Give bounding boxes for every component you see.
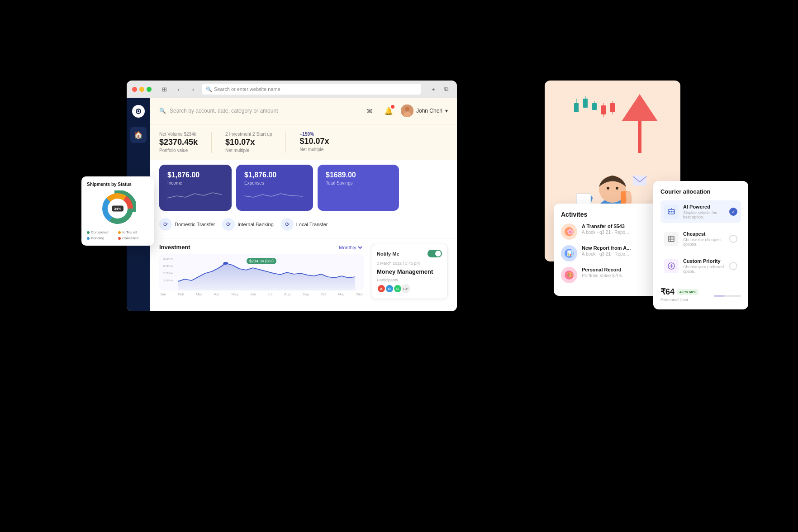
svg-text:📊: 📊 xyxy=(567,250,574,256)
monthly-select[interactable]: Monthly Yearly xyxy=(337,244,364,251)
legend-label-2: Pending xyxy=(91,236,104,240)
radio-custom-unchecked xyxy=(729,262,737,270)
tabs-button[interactable]: ⧉ xyxy=(441,84,451,95)
courier-option-cheapest-sub: Choose the cheapest options. xyxy=(683,238,725,247)
investment-section: Investment Monthly Yearly xyxy=(150,238,457,304)
inbox-icon-button[interactable]: ✉ xyxy=(363,104,376,118)
courier-option-ai-title: AI Powered xyxy=(683,204,725,209)
courier-card: Courier allocation AI Powered Shiplee se… xyxy=(653,181,748,309)
domestic-transfer-button[interactable]: ⟳ Domestic Transfer xyxy=(159,216,215,233)
expense-card: $1,876.00 Expenses xyxy=(236,165,313,211)
courier-option-cheapest[interactable]: Cheapest Choose the cheapest options. xyxy=(660,228,741,250)
svg-text:🎨: 🎨 xyxy=(567,271,574,278)
cost-progress-fill xyxy=(714,295,725,297)
browser-actions: + ⧉ xyxy=(428,84,451,95)
expense-amount: $1,876.00 xyxy=(244,171,305,179)
forward-button[interactable]: › xyxy=(188,84,199,95)
participant-avatar-3: C xyxy=(393,284,402,293)
user-menu[interactable]: John Cherl ▾ xyxy=(401,104,448,117)
cost-label: Estimated Cost xyxy=(660,298,698,302)
participants-row: A B C 10+ xyxy=(377,284,442,293)
svg-rect-11 xyxy=(574,103,579,112)
browser-chrome: ⊞ ‹ › 🔍 Search or enter website name + ⧉ xyxy=(127,81,457,98)
svg-text:15%: 15% xyxy=(163,272,173,275)
app-logo[interactable] xyxy=(132,105,145,118)
stat-divider-2 xyxy=(285,132,286,153)
shipments-card: Shipments by Status 34% Completed xyxy=(81,176,154,246)
header-actions: ✉ 🔔 xyxy=(363,104,448,118)
legend-item-0: Completed xyxy=(87,230,116,234)
stat-divider-1 xyxy=(211,132,212,153)
courier-option-custom-title: Custom Priority xyxy=(683,258,725,264)
courier-cost-info: ₹64 40 to 60% Estimated Cost xyxy=(660,287,698,302)
stat-change: +150% $10.07x Net multiple xyxy=(299,132,329,153)
svg-rect-32 xyxy=(633,176,646,185)
notify-toggle[interactable] xyxy=(428,250,442,257)
custom-priority-icon xyxy=(664,259,679,273)
cards-row: $1,876.00 Income $1,876.00 Expenses xyxy=(150,165,457,211)
user-avatar xyxy=(401,104,413,117)
address-bar[interactable]: 🔍 Search or enter website name xyxy=(202,84,421,95)
domestic-transfer-label: Domestic Transfer xyxy=(175,222,215,227)
check-icon: ✓ xyxy=(732,209,735,214)
browser-content: 🏠 🔍 Search by account, date, category or… xyxy=(127,98,457,311)
maximize-button[interactable] xyxy=(147,87,152,92)
courier-option-cheapest-title: Cheapest xyxy=(683,231,725,237)
participant-avatar-1: A xyxy=(377,284,386,293)
courier-option-custom-info: Custom Priority Choose your preferred op… xyxy=(683,258,725,274)
participant-avatar-2: B xyxy=(385,284,394,293)
notify-header: Notify Me xyxy=(377,250,442,257)
minimize-button[interactable] xyxy=(139,87,144,92)
user-chevron-icon: ▾ xyxy=(445,108,448,114)
legend-dot-3 xyxy=(118,237,121,240)
stat-net-volume-sub: Portfolio value xyxy=(159,148,198,153)
income-label: Income xyxy=(167,180,223,185)
notify-money: Money Management xyxy=(377,268,442,275)
sidebar-toggle-button[interactable]: ⊞ xyxy=(159,84,170,95)
savings-label: Total Savings xyxy=(326,180,391,185)
back-button[interactable]: ‹ xyxy=(173,84,184,95)
new-tab-button[interactable]: + xyxy=(428,84,439,95)
savings-card: $1689.00 Total Savings xyxy=(318,165,399,211)
internal-banking-icon: ⟳ xyxy=(222,218,235,231)
activity-icon-2: 📊 xyxy=(561,245,577,261)
legend-dot-0 xyxy=(87,231,90,234)
legend-label-1: In Transit xyxy=(122,230,137,234)
courier-title: Courier allocation xyxy=(660,188,741,195)
local-transfer-button[interactable]: ⟳ Local Transfer xyxy=(281,216,328,233)
legend-label-0: Completed xyxy=(91,230,109,234)
participants-label: Participants xyxy=(377,278,442,282)
scene: ⊞ ‹ › 🔍 Search or enter website name + ⧉ xyxy=(0,0,798,532)
stat-investment-sub: Net multiple xyxy=(225,148,272,153)
sidebar-item-home[interactable]: 🏠 xyxy=(130,127,147,143)
close-button[interactable] xyxy=(132,87,137,92)
cost-amount: ₹64 xyxy=(660,287,674,297)
domestic-transfer-icon: ⟳ xyxy=(159,218,172,231)
courier-option-ai[interactable]: AI Powered Shiplee selects the best opti… xyxy=(660,200,741,223)
cost-progress-bar-container xyxy=(714,295,741,297)
radio-cheapest-unchecked xyxy=(729,235,737,243)
courier-option-ai-info: AI Powered Shiplee selects the best opti… xyxy=(683,204,725,219)
legend-label-3: Cancelled xyxy=(122,236,138,240)
courier-option-custom[interactable]: Custom Priority Choose your preferred op… xyxy=(660,255,741,277)
participant-more: 10+ xyxy=(401,284,410,293)
notification-button[interactable]: 🔔 xyxy=(382,104,395,118)
courier-cost: ₹64 40 to 60% Estimated Cost xyxy=(660,282,741,302)
internal-banking-button[interactable]: ⟳ Internal Banking xyxy=(222,216,274,233)
cost-badge: 40 to 60% xyxy=(677,289,698,295)
search-placeholder: Search by account, date, category or amo… xyxy=(170,108,278,114)
svg-point-47 xyxy=(671,211,672,213)
expense-label: Expenses xyxy=(244,180,305,185)
stat-investment: 2 Investment 2 Start up $10.07x Net mult… xyxy=(225,132,272,153)
svg-text:10%: 10% xyxy=(163,279,173,282)
search-bar[interactable]: 🔍 Search by account, date, category or a… xyxy=(159,108,278,114)
traffic-lights xyxy=(132,87,152,92)
notify-label: Notify Me xyxy=(377,251,399,256)
stat-investment-label: 2 Investment 2 Start up xyxy=(225,132,272,137)
donut-badge: 34% xyxy=(112,206,124,212)
shipments-title: Shipments by Status xyxy=(87,182,148,187)
svg-point-9 xyxy=(223,262,228,265)
courier-option-ai-sub: Shiplee selects the best option. xyxy=(683,210,725,219)
browser-window: ⊞ ‹ › 🔍 Search or enter website name + ⧉ xyxy=(127,81,457,311)
search-icon: 🔍 xyxy=(206,86,212,92)
